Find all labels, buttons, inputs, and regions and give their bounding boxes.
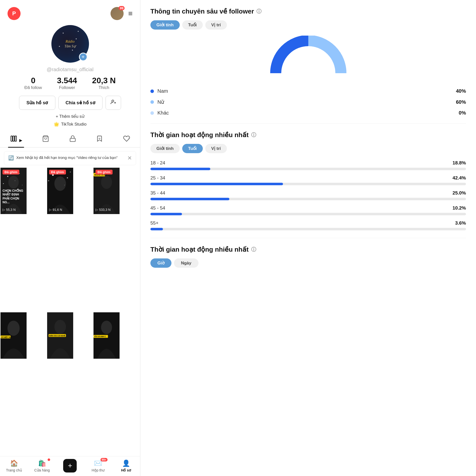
shop-icon: 🛍️ (38, 459, 46, 467)
legend-nam: Nam 40% (150, 88, 466, 94)
nav-inbox[interactable]: ✉️ Hộp thư 99+ (88, 459, 108, 472)
svg-text:NHÌN VÀO CÁI NGHỀ: NHÌN VÀO CÁI NGHỀ (49, 334, 65, 336)
studio-icon: 🌟 (54, 122, 59, 127)
add-photo-button[interactable]: + (79, 53, 87, 61)
nav-profile[interactable]: 👤 Hồ sơ (116, 459, 136, 472)
profile-section: Rádio Tâm Sự + @radiotamsu_official 0 Đã… (0, 23, 140, 132)
svg-marker-6 (19, 139, 22, 142)
svg-rect-8 (70, 138, 75, 142)
bar-fill-35-44 (150, 198, 229, 200)
bar-track-25-34 (150, 183, 466, 185)
age-bars: 18 - 24 18.8% 25 - 34 42.4% 35 - 44 25.0… (150, 160, 466, 230)
divider-1 (150, 123, 466, 124)
video-thumb-3[interactable]: NGƯỜI TA HAY Đã ghim ▷533,3 N (93, 168, 120, 214)
tab-liked[interactable] (119, 133, 134, 146)
bar-fill-45-54 (150, 213, 182, 215)
activity-filter-tuoi[interactable]: Tuổi (182, 144, 203, 153)
video-thumb-6[interactable]: TÔI VÀ ANH C (93, 312, 120, 359)
pinned-badge-1: Đã ghim (3, 170, 19, 174)
app-logo: P (8, 7, 21, 20)
edit-profile-button[interactable]: Sửa hồ sơ (19, 96, 55, 110)
svg-point-19 (54, 176, 66, 191)
filter-vi-tri[interactable]: Vị trí (205, 20, 227, 30)
video-plays-3: ▷533,3 N (96, 208, 111, 212)
svg-text:CÓ MỘT SỰ: CÓ MỘT SỰ (1, 336, 11, 338)
svg-point-13 (7, 176, 9, 177)
notification-close[interactable]: ✕ (127, 155, 132, 161)
svg-point-21 (67, 177, 68, 178)
notification-text: Xem Nhật ký đã hết hạn trong mục "Video … (16, 155, 118, 160)
bar-35-44: 35 - 44 25.0% (150, 190, 466, 200)
like-stat: 20,3 N Thích (92, 76, 116, 90)
info-icon-activity[interactable]: ⓘ (251, 132, 256, 138)
add-friend-button[interactable] (106, 96, 121, 110)
time-filter-gio[interactable]: Giờ (150, 258, 171, 268)
bar-fill-55plus (150, 228, 163, 230)
video-thumb-5[interactable]: NHÌN VÀO CÁI NGHỀ (47, 312, 73, 359)
tab-lock[interactable] (65, 133, 80, 146)
tab-videos[interactable] (6, 133, 26, 146)
video-thumb-4[interactable]: CÓ MỘT SỰ (1, 312, 27, 359)
svg-point-39 (101, 321, 112, 334)
svg-text:TÔI VÀ ANH C: TÔI VÀ ANH C (94, 335, 106, 337)
filter-tuoi[interactable]: Tuổi (182, 20, 203, 30)
time-filter-tabs: Giờ Ngày (150, 258, 466, 268)
tab-bookmark[interactable] (92, 133, 107, 146)
add-bio-link[interactable]: + Thêm tiểu sử (56, 114, 84, 119)
video-thumb-1[interactable]: Đã ghim CHỌN CHỒNG NHẤT ĐỊNH PHẢI CHỌN N… (1, 168, 27, 214)
bar-fill-25-34 (150, 183, 283, 185)
bar-track-18-24 (150, 168, 466, 170)
video-thumb-2[interactable]: Đã ghim ▷91,6 N (47, 168, 73, 214)
pinned-badge-2: Đã ghim (49, 170, 66, 174)
notification-content: 🔄 Xem Nhật ký đã hết hạn trong mục "Vide… (8, 155, 125, 161)
nu-dot (150, 100, 154, 104)
activity-filter-vi-tri[interactable]: Vị trí (205, 144, 227, 153)
svg-point-16 (3, 183, 4, 184)
svg-point-27 (101, 175, 112, 189)
time-filter-ngay[interactable]: Ngày (174, 258, 199, 268)
nav-inbox-label: Hộp thư (92, 468, 105, 472)
bar-55plus: 55+ 3.6% (150, 220, 466, 230)
donut-chart (150, 36, 466, 81)
share-profile-button[interactable]: Chia sẻ hồ sơ (58, 96, 103, 110)
bar-45-54: 45 - 54 10.2% (150, 205, 466, 215)
top-bar: P 99 ≡ (0, 0, 140, 23)
nav-create[interactable]: + (60, 459, 80, 472)
nav-home-label: Trang chủ (6, 468, 22, 472)
bar-track-45-54 (150, 213, 466, 215)
filter-gioi-tinh[interactable]: Giới tính (150, 20, 180, 30)
bottom-nav: 🏠 Trang chủ 🛍️ Cửa hàng + ✉️ Hộp thư 99+… (0, 456, 140, 476)
follower-section-title: Thông tin chuyên sâu về follower ⓘ (150, 8, 466, 15)
activity-filter-gioi-tinh[interactable]: Giới tính (150, 144, 180, 153)
tab-shop[interactable] (38, 133, 53, 146)
nam-dot (150, 89, 154, 93)
tiktok-studio-link[interactable]: 🌟 TikTok Studio (54, 122, 86, 127)
action-row: Sửa hồ sơ Chia sẻ hồ sơ (19, 96, 121, 110)
khac-dot (150, 111, 154, 115)
follower-stat: 3.544 Follower (57, 76, 77, 90)
bar-18-24: 18 - 24 18.8% (150, 160, 466, 170)
info-icon-follower[interactable]: ⓘ (256, 8, 261, 15)
hamburger-menu[interactable]: ≡ (128, 9, 133, 18)
info-icon-activity2[interactable]: ⓘ (251, 246, 256, 253)
bar-fill-18-24 (150, 168, 210, 170)
nav-home[interactable]: 🏠 Trang chủ (4, 459, 24, 472)
profile-icon: 👤 (122, 459, 130, 467)
follower-filter-tabs: Giới tính Tuổi Vị trí (150, 20, 466, 30)
nav-profile-label: Hồ sơ (121, 468, 131, 472)
nav-shop-label: Cửa hàng (34, 468, 50, 472)
avatar-container: 99 (111, 7, 124, 20)
svg-point-15 (15, 180, 15, 181)
create-button[interactable]: + (63, 459, 77, 472)
pinned-badge-3: Đã ghim (96, 170, 112, 174)
svg-point-31 (8, 321, 20, 336)
left-panel: P 99 ≡ Rádio Tâm Sự (0, 0, 140, 476)
nav-shop[interactable]: 🛍️ Cửa hàng (32, 459, 52, 472)
notification-bar: 🔄 Xem Nhật ký đã hết hạn trong mục "Vide… (4, 151, 136, 165)
activity-section-title-2: Thời gian hoạt động nhiều nhất ⓘ (150, 246, 466, 253)
svg-rect-3 (11, 136, 12, 141)
stats-row: 0 Đã follow 3.544 Follower 20,3 N Thích (24, 76, 116, 90)
svg-point-24 (48, 180, 49, 181)
video-grid: Đã ghim CHỌN CHỒNG NHẤT ĐỊNH PHẢI CHỌN N… (1, 168, 140, 456)
video-plays-2: ▷91,6 N (49, 208, 62, 212)
